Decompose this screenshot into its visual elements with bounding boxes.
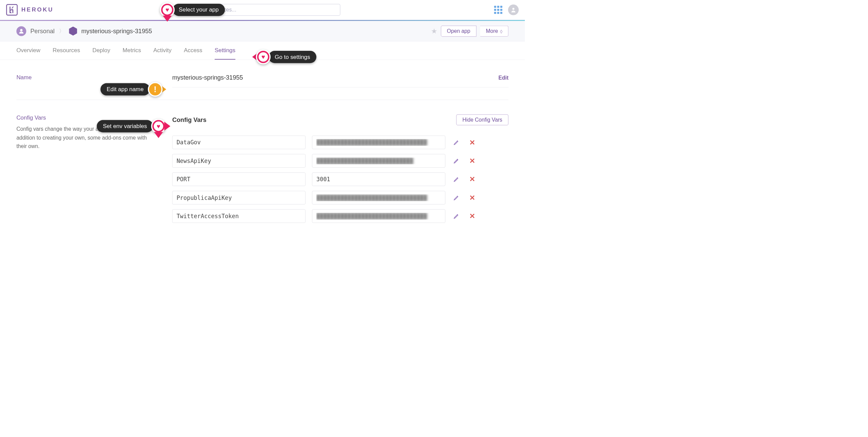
more-button[interactable]: More ◇ — [480, 25, 509, 37]
brand-text: HEROKU — [21, 6, 54, 13]
config-var-row: ✕ — [172, 191, 509, 205]
svg-point-1 — [20, 29, 22, 31]
edit-name-link[interactable]: Edit — [498, 75, 509, 81]
tab-access[interactable]: Access — [184, 41, 202, 60]
tab-resources[interactable]: Resources — [53, 41, 80, 60]
pencil-icon[interactable] — [452, 212, 461, 221]
pencil-icon[interactable] — [452, 138, 461, 147]
config-var-row: ✕ — [172, 209, 509, 223]
content: Name mysterious-springs-31955 Edit Confi… — [0, 60, 525, 254]
tab-overview[interactable]: Overview — [16, 41, 40, 60]
avatar[interactable] — [508, 4, 518, 15]
callout-go-settings: ♥ Go to settings — [252, 49, 316, 64]
config-var-value[interactable] — [312, 209, 445, 223]
breadcrumb-account[interactable]: Personal — [30, 27, 55, 35]
heart-icon: ♥ — [261, 54, 265, 61]
heroku-logo-icon — [6, 4, 18, 16]
name-label: Name — [16, 74, 147, 81]
tab-deploy[interactable]: Deploy — [92, 41, 110, 60]
svg-point-0 — [512, 8, 514, 10]
config-var-row: ✕ — [172, 136, 509, 149]
heart-icon: ♥ — [165, 6, 169, 14]
config-var-value[interactable] — [312, 136, 445, 149]
config-var-key[interactable] — [172, 154, 305, 168]
callout-edit-name: Edit app name ! — [100, 82, 166, 97]
chevron-right-icon: 〉 — [59, 27, 64, 35]
logo[interactable]: HEROKU — [6, 4, 54, 16]
config-var-key[interactable] — [172, 191, 305, 205]
updown-icon: ◇ — [500, 28, 502, 34]
breadcrumb-bar: Personal 〉 mysterious-springs-31955 ★ Op… — [0, 21, 525, 41]
config-var-value[interactable] — [312, 154, 445, 168]
topbar-right — [494, 4, 519, 15]
config-var-value[interactable] — [312, 172, 445, 186]
pencil-icon[interactable] — [452, 175, 461, 184]
pencil-icon[interactable] — [452, 193, 461, 202]
tab-activity[interactable]: Activity — [153, 41, 172, 60]
config-vars-section: Config Vars Config vars change the way y… — [16, 114, 508, 228]
person-icon — [16, 26, 26, 36]
heart-icon: ♥ — [157, 123, 160, 130]
delete-icon[interactable]: ✕ — [468, 193, 477, 202]
exclaim-icon: ! — [154, 85, 156, 94]
delete-icon[interactable]: ✕ — [468, 138, 477, 147]
topbar: HEROKU — [0, 0, 525, 20]
name-section: Name mysterious-springs-31955 Edit — [16, 74, 508, 87]
callout-label: Go to settings — [269, 51, 316, 63]
config-var-value[interactable] — [312, 191, 445, 205]
delete-icon[interactable]: ✕ — [468, 175, 477, 184]
config-var-key[interactable] — [172, 209, 305, 223]
app-hex-icon — [69, 26, 77, 36]
tab-metrics[interactable]: Metrics — [122, 41, 141, 60]
callout-label: Edit app name — [100, 83, 150, 96]
delete-icon[interactable]: ✕ — [468, 212, 477, 221]
app-name-value: mysterious-springs-31955 — [172, 74, 492, 81]
config-var-key[interactable] — [172, 136, 305, 149]
apps-grid-icon[interactable] — [494, 6, 502, 14]
config-vars-title: Config Vars — [172, 116, 206, 123]
pencil-icon[interactable] — [452, 156, 461, 165]
config-var-row: ✕ — [172, 154, 509, 168]
callout-env-vars: Set env variables ♥ — [97, 119, 166, 134]
open-app-button[interactable]: Open app — [441, 25, 476, 37]
divider — [16, 100, 508, 100]
star-icon[interactable]: ★ — [431, 27, 437, 35]
callout-label: Set env variables — [97, 120, 153, 132]
delete-icon[interactable]: ✕ — [468, 156, 477, 165]
subheader-actions: ★ Open app More ◇ — [431, 25, 509, 37]
tab-settings[interactable]: Settings — [215, 41, 235, 60]
callout-label: Select your app — [173, 4, 225, 16]
config-var-key[interactable] — [172, 172, 305, 186]
config-var-row: ✕ — [172, 172, 509, 186]
callout-select-app: ♥ Select your app — [160, 2, 225, 17]
breadcrumb-app[interactable]: mysterious-springs-31955 — [81, 27, 152, 35]
hide-config-vars-button[interactable]: Hide Config Vars — [456, 114, 509, 125]
